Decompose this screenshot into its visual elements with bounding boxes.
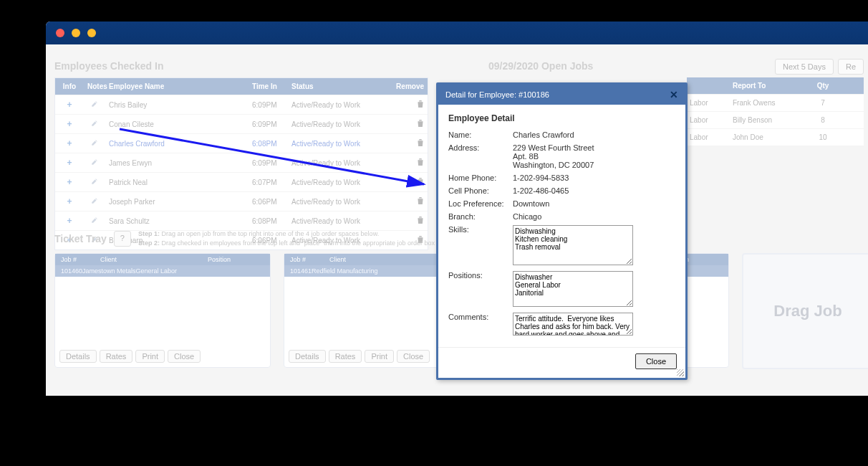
modal-titlebar[interactable]: Detail for Employee: #100186 ✕ xyxy=(438,85,685,105)
window-minimize-icon[interactable] xyxy=(72,29,80,37)
value-name: Charles Crawford xyxy=(513,130,675,139)
value-home-phone: 1-202-994-5833 xyxy=(513,173,675,182)
label-comments: Comments: xyxy=(448,313,513,321)
resize-grip-icon[interactable] xyxy=(677,369,684,376)
label-name: Name: xyxy=(448,130,513,139)
window-close-icon[interactable] xyxy=(56,29,64,37)
label-address: Address: xyxy=(448,143,513,152)
modal-close-button[interactable]: Close xyxy=(635,353,677,369)
modal-close-icon[interactable]: ✕ xyxy=(670,89,678,100)
window-zoom-icon[interactable] xyxy=(87,29,96,37)
comments-textarea[interactable] xyxy=(513,313,633,336)
label-loc-pref: Loc Preference: xyxy=(448,199,513,208)
value-cell-phone: 1-202-486-0465 xyxy=(513,186,675,195)
employee-detail-modal: Detail for Employee: #100186 ✕ Employee … xyxy=(436,82,688,380)
value-branch: Chicago xyxy=(513,212,675,221)
label-home-phone: Home Phone: xyxy=(448,173,513,182)
skills-textarea[interactable] xyxy=(513,225,633,265)
app-window: Employees Checked In 09/29/2020 Open Job… xyxy=(46,22,868,396)
positions-textarea[interactable] xyxy=(513,271,633,307)
label-positions: Positions: xyxy=(448,271,513,280)
label-branch: Branch: xyxy=(448,212,513,221)
value-address: 229 West Fourth StreetApt. 8BWashington,… xyxy=(513,143,675,169)
label-cell-phone: Cell Phone: xyxy=(448,186,513,195)
modal-title-text: Detail for Employee: #100186 xyxy=(445,90,549,99)
value-loc-pref: Downtown xyxy=(513,199,675,208)
modal-heading: Employee Detail xyxy=(448,113,675,123)
label-skills: Skills: xyxy=(448,225,513,234)
window-titlebar xyxy=(46,22,868,44)
